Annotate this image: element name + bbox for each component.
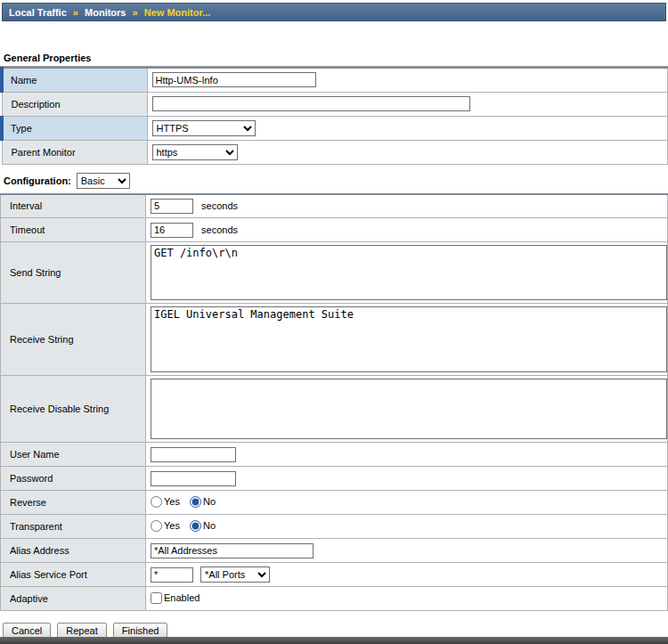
receive-disable-string-label: Receive Disable String: [1, 376, 146, 443]
breadcrumb: Local Traffic » Monitors » New Monitor..…: [2, 3, 666, 21]
interval-row: Interval seconds: [1, 194, 668, 218]
user-name-label: User Name: [1, 443, 146, 467]
reverse-yes-option: Yes: [151, 496, 180, 508]
alias-service-port-select[interactable]: *All Ports: [200, 567, 270, 583]
timeout-label: Timeout: [1, 218, 146, 242]
transparent-label: Transparent: [1, 515, 146, 539]
general-properties-title: General Properties: [0, 51, 668, 67]
alias-service-port-label: Alias Service Port: [1, 563, 146, 587]
timeout-input[interactable]: [151, 223, 193, 238]
interval-label: Interval: [1, 194, 146, 218]
transparent-yes-option: Yes: [151, 520, 180, 532]
parent-monitor-row: Parent Monitor https: [2, 140, 668, 164]
receive-string-label: Receive String: [1, 304, 146, 376]
type-select[interactable]: HTTPS: [152, 120, 256, 136]
adaptive-label: Adaptive: [1, 587, 146, 611]
reverse-yes-radio[interactable]: [151, 496, 162, 508]
breadcrumb-separator-icon: »: [73, 7, 78, 18]
name-label: Name: [2, 68, 147, 92]
parent-monitor-label: Parent Monitor: [2, 140, 147, 164]
interval-unit: seconds: [201, 200, 238, 211]
adaptive-enabled-option: Enabled: [151, 592, 200, 604]
transparent-yes-label: Yes: [164, 520, 180, 531]
footer-bar: [0, 637, 668, 644]
transparent-row: Transparent Yes No: [1, 515, 668, 539]
reverse-no-option: No: [190, 496, 216, 508]
receive-disable-string-textarea[interactable]: [151, 379, 667, 439]
description-row: Description: [2, 92, 668, 116]
reverse-label: Reverse: [1, 491, 146, 515]
reverse-yes-label: Yes: [164, 496, 180, 507]
name-row: Name: [2, 68, 668, 92]
receive-string-textarea[interactable]: IGEL Universal Management Suite: [151, 306, 667, 372]
reverse-no-radio[interactable]: [190, 496, 201, 508]
transparent-no-option: No: [190, 520, 216, 532]
general-properties-table: Name Description Type HTTPS Parent Monit…: [0, 67, 668, 165]
password-label: Password: [1, 467, 146, 491]
reverse-row: Reverse Yes No: [1, 491, 668, 515]
breadcrumb-local-traffic[interactable]: Local Traffic: [9, 7, 67, 18]
user-name-row: User Name: [1, 443, 668, 467]
configuration-selector-row: Configuration: Basic: [4, 173, 668, 189]
alias-service-port-input[interactable]: [151, 567, 193, 583]
user-name-input[interactable]: [151, 447, 236, 462]
receive-string-row: Receive String IGEL Universal Management…: [1, 304, 668, 376]
breadcrumb-current: New Monitor...: [144, 7, 211, 18]
parent-monitor-select[interactable]: https: [152, 144, 238, 160]
send-string-label: Send String: [1, 242, 146, 304]
send-string-row: Send String GET /info\r\n: [1, 242, 668, 304]
type-row: Type HTTPS: [2, 116, 668, 140]
send-string-textarea[interactable]: GET /info\r\n: [151, 245, 667, 300]
transparent-no-radio[interactable]: [190, 520, 201, 532]
new-monitor-page: Local Traffic » Monitors » New Monitor..…: [0, 0, 668, 644]
reverse-no-label: No: [203, 496, 216, 507]
configuration-level-select[interactable]: Basic: [77, 173, 130, 189]
type-label: Type: [2, 116, 147, 140]
description-input[interactable]: [152, 96, 470, 111]
description-label: Description: [2, 92, 147, 116]
transparent-yes-radio[interactable]: [151, 520, 162, 532]
password-input[interactable]: [151, 471, 236, 486]
timeout-row: Timeout seconds: [1, 218, 668, 242]
adaptive-enabled-checkbox[interactable]: [151, 592, 162, 604]
receive-disable-string-row: Receive Disable String: [1, 376, 668, 443]
adaptive-row: Adaptive Enabled: [1, 587, 668, 611]
alias-address-row: Alias Address: [1, 539, 668, 563]
alias-service-port-row: Alias Service Port *All Ports: [1, 563, 668, 587]
interval-input[interactable]: [151, 199, 193, 214]
configuration-table: Interval seconds Timeout seconds Send St…: [0, 193, 668, 612]
timeout-unit: seconds: [201, 224, 238, 235]
password-row: Password: [1, 467, 668, 491]
configuration-label: Configuration:: [4, 175, 71, 186]
breadcrumb-separator-icon: »: [133, 7, 138, 18]
alias-address-label: Alias Address: [1, 539, 146, 563]
transparent-no-label: No: [203, 520, 216, 531]
adaptive-enabled-label: Enabled: [164, 592, 200, 603]
breadcrumb-monitors[interactable]: Monitors: [85, 7, 126, 18]
name-input[interactable]: [152, 72, 316, 87]
alias-address-input[interactable]: [151, 543, 314, 558]
